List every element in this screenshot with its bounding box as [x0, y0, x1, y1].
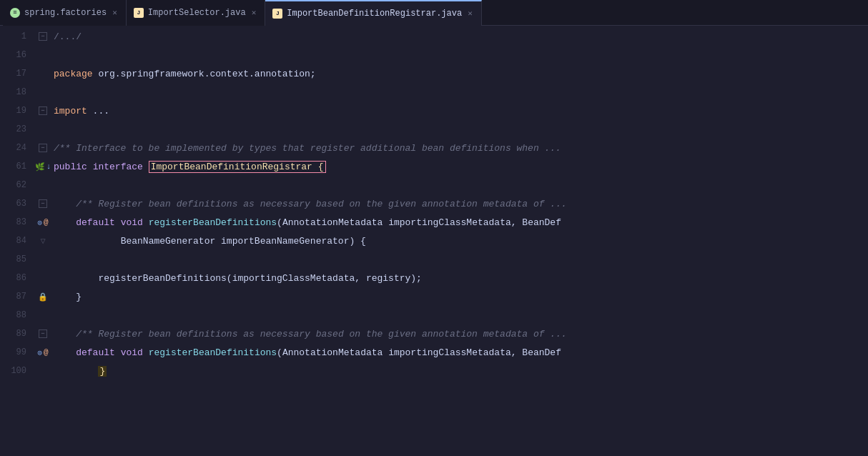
code-column: /.../ package org.springframework.contex…: [54, 26, 567, 456]
indent-84: [54, 236, 121, 247]
tab-close-import-selector[interactable]: ✕: [250, 8, 258, 17]
line-num-1: 1: [0, 27, 32, 46]
tab-spring-factories[interactable]: ≡ spring.factories ✕: [3, 0, 127, 26]
method-name-83: registerBeanDefinitions: [149, 217, 277, 228]
code-87: }: [76, 292, 82, 302]
line-num-62: 62: [0, 176, 32, 194]
indent-89: [54, 329, 76, 339]
tab-label-import-selector: ImportSelector.java: [148, 8, 246, 18]
gutter-green-icon-61: 🌿: [35, 162, 45, 172]
gutter-col: − − − 🌿 ↓: [32, 26, 54, 456]
code-line-88: [54, 306, 567, 324]
code-line-24: /** Interface to be implemented by types…: [54, 139, 567, 157]
gutter-23: [32, 120, 54, 139]
gutter-24: −: [32, 139, 54, 157]
gutter-86: [32, 269, 54, 287]
code-86: registerBeanDefinitions(importingClassMe…: [98, 273, 421, 284]
code-line-89: /** Register bean definitions as necessa…: [54, 324, 567, 343]
line-num-23: 23: [0, 120, 32, 139]
line-num-100: 100: [0, 362, 32, 380]
interface-name-61: ImportBeanDefinitionRegistrar {: [151, 162, 324, 172]
kw-public-61: public: [54, 162, 87, 172]
tab-close-import-bean-def-registrar[interactable]: ✕: [466, 9, 474, 18]
fold-icon-24[interactable]: −: [39, 144, 47, 152]
kw-void-99: void: [121, 347, 143, 358]
file-icon-yellow-2: J: [272, 9, 282, 19]
code-line-84: BeanNameGenerator importBeanNameGenerato…: [54, 232, 567, 250]
fold-icon-89[interactable]: −: [39, 329, 47, 338]
line-num-61: 61: [0, 157, 32, 176]
tab-close-spring-factories[interactable]: ✕: [111, 8, 119, 17]
code-line-100: }: [54, 362, 567, 380]
line-num-18: 18: [0, 83, 32, 101]
code-package-path: org.springframework.context.annotation;: [93, 69, 316, 79]
tab-label-spring-factories: spring.factories: [24, 8, 107, 18]
gutter-1: −: [32, 27, 54, 46]
code-line-63: /** Register bean definitions as necessa…: [54, 194, 567, 213]
code-comment-63: /** Register bean definitions as necessa…: [76, 199, 567, 209]
lock-icon-87: 🔒: [38, 292, 48, 302]
tab-import-selector[interactable]: J ImportSelector.java ✕: [127, 0, 265, 26]
line-num-86: 86: [0, 269, 32, 287]
code-84: BeanNameGenerator importBeanNameGenerato…: [121, 236, 366, 247]
code-comment-24: /** Interface to be implemented by types…: [54, 143, 561, 154]
gutter-19: −: [32, 101, 54, 120]
indent-83: [54, 217, 76, 228]
line-num-83: 83: [0, 213, 32, 232]
kw-default-99: default: [76, 347, 115, 358]
fold-icon-63[interactable]: −: [39, 199, 47, 208]
editor-content: 1 16 17 18 19 23 24 61 62 63 83 84 85 86…: [0, 26, 567, 456]
gutter-blue-icon-61: ↓: [46, 162, 51, 171]
line-num-19: 19: [0, 101, 32, 120]
editor: 1 16 17 18 19 23 24 61 62 63 83 84 85 86…: [0, 26, 868, 456]
gutter-18: [32, 83, 54, 101]
code-fold-1: /.../: [54, 31, 82, 42]
space-99a: [115, 347, 121, 358]
gutter-at-99: @: [44, 348, 49, 357]
gutter-63: −: [32, 194, 54, 213]
code-params-99: (AnnotationMetadata importingClassMetada…: [277, 347, 561, 358]
code-line-16: [54, 46, 567, 64]
method-name-99: registerBeanDefinitions: [149, 347, 277, 358]
line-num-63: 63: [0, 194, 32, 213]
line-num-87: 87: [0, 287, 32, 306]
file-icon-green: ≡: [10, 8, 20, 18]
kw-package: package: [54, 69, 93, 79]
tab-label-import-bean-def-registrar: ImportBeanDefinitionRegistrar.java: [287, 9, 462, 19]
tab-bar: ≡ spring.factories ✕ J ImportSelector.ja…: [0, 0, 868, 26]
gutter-at-83: @: [44, 218, 49, 227]
code-line-61: public interface ImportBeanDefinitionReg…: [54, 157, 567, 176]
indent-87: [54, 292, 76, 302]
space-83a: [115, 217, 121, 228]
indent-99: [54, 347, 76, 358]
code-line-62: [54, 176, 567, 194]
kw-void-83: void: [121, 217, 143, 228]
gutter-85: [32, 250, 54, 269]
line-num-89: 89: [0, 324, 32, 343]
line-num-84: 84: [0, 232, 32, 250]
space-83b: [143, 217, 149, 228]
line-num-24: 24: [0, 139, 32, 157]
gutter-84: ▽: [32, 232, 54, 250]
space-99b: [143, 347, 149, 358]
code-line-18: [54, 83, 567, 101]
gutter-87: 🔒: [32, 287, 54, 306]
gutter-88: [32, 306, 54, 324]
interface-highlight-box: ImportBeanDefinitionRegistrar {: [149, 161, 326, 173]
fold-icon-19[interactable]: −: [39, 106, 47, 115]
indent-63: [54, 199, 76, 209]
tab-import-bean-def-registrar[interactable]: J ImportBeanDefinitionRegistrar.java ✕: [265, 0, 481, 26]
code-params-83: (AnnotationMetadata importingClassMetada…: [277, 217, 561, 228]
gutter-89: −: [32, 324, 54, 343]
code-import-ellipsis: ...: [87, 106, 109, 117]
kw-interface-61: interface: [93, 162, 143, 172]
gutter-100: [32, 362, 54, 380]
file-icon-yellow-1: J: [134, 8, 144, 18]
gutter-16: [32, 46, 54, 64]
gutter-99: ⊙ @: [32, 343, 54, 362]
space-61a: [87, 162, 93, 172]
gutter-62: [32, 176, 54, 194]
indent-86: [54, 273, 98, 284]
code-line-87: }: [54, 287, 567, 306]
fold-icon-1[interactable]: −: [39, 32, 47, 41]
